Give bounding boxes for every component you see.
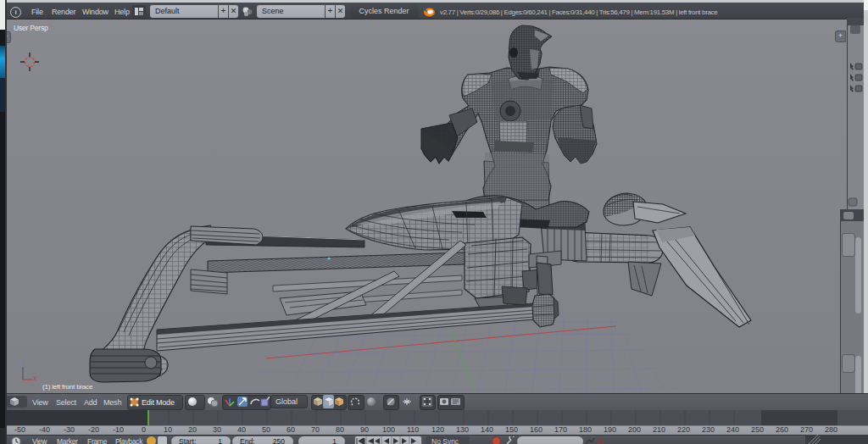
- svg-text:x: x: [33, 374, 37, 382]
- svg-text:z: z: [19, 359, 24, 368]
